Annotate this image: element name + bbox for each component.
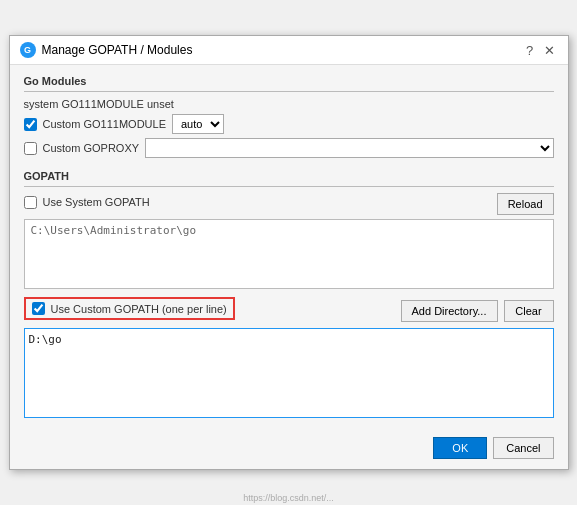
cancel-button[interactable]: Cancel bbox=[493, 437, 553, 459]
custom-gopath-checkbox-row: Use Custom GOPATH (one per line) bbox=[24, 297, 235, 320]
dialog-body: Go Modules system GO111MODULE unset Cust… bbox=[10, 65, 568, 431]
add-directory-button[interactable]: Add Directory... bbox=[401, 300, 498, 322]
custom-goproxy-label: Custom GOPROXY bbox=[43, 142, 140, 154]
use-custom-gopath-label: Use Custom GOPATH (one per line) bbox=[51, 303, 227, 315]
gopath-label: GOPATH bbox=[24, 170, 554, 182]
title-buttons: ? ✕ bbox=[522, 42, 558, 58]
manage-gopath-dialog: G Manage GOPATH / Modules ? ✕ Go Modules… bbox=[9, 35, 569, 470]
custom-gopath-textarea[interactable]: D:\go bbox=[24, 328, 554, 418]
gopath-section: GOPATH Use System GOPATH Reload C:\Users… bbox=[24, 170, 554, 421]
gopath-divider bbox=[24, 186, 554, 187]
go-modules-section: Go Modules system GO111MODULE unset Cust… bbox=[24, 75, 554, 162]
go-modules-divider bbox=[24, 91, 554, 92]
close-button[interactable]: ✕ bbox=[542, 42, 558, 58]
system-go111module-text: system GO111MODULE unset bbox=[24, 98, 554, 110]
use-system-gopath-label: Use System GOPATH bbox=[43, 196, 150, 208]
reload-button[interactable]: Reload bbox=[497, 193, 554, 215]
ok-button[interactable]: OK bbox=[433, 437, 487, 459]
use-system-gopath-row: Use System GOPATH Reload bbox=[24, 193, 554, 215]
use-system-gopath-checkbox[interactable] bbox=[24, 196, 37, 209]
custom-gopath-buttons: Add Directory... Clear bbox=[401, 300, 554, 322]
title-bar: G Manage GOPATH / Modules ? ✕ bbox=[10, 36, 568, 65]
use-system-gopath-left: Use System GOPATH bbox=[24, 196, 150, 209]
custom-goproxy-checkbox[interactable] bbox=[24, 142, 37, 155]
custom-go111module-checkbox[interactable] bbox=[24, 118, 37, 131]
system-path-display: C:\Users\Administrator\go bbox=[24, 219, 554, 289]
custom-goproxy-row: Custom GOPROXY bbox=[24, 138, 554, 158]
custom-go111module-row: Custom GO111MODULE auto on off bbox=[24, 114, 554, 134]
custom-go111module-label: Custom GO111MODULE bbox=[43, 118, 166, 130]
watermark: https://blog.csdn.net/... bbox=[243, 493, 334, 503]
help-button[interactable]: ? bbox=[522, 42, 538, 58]
go111module-dropdown[interactable]: auto on off bbox=[172, 114, 224, 134]
title-bar-left: G Manage GOPATH / Modules bbox=[20, 42, 193, 58]
goproxy-dropdown[interactable] bbox=[145, 138, 553, 158]
clear-button[interactable]: Clear bbox=[504, 300, 554, 322]
dialog-title: Manage GOPATH / Modules bbox=[42, 43, 193, 57]
dialog-icon: G bbox=[20, 42, 36, 58]
use-custom-gopath-checkbox[interactable] bbox=[32, 302, 45, 315]
go-modules-label: Go Modules bbox=[24, 75, 554, 87]
dialog-footer: OK Cancel bbox=[10, 431, 568, 469]
custom-gopath-btn-row: Use Custom GOPATH (one per line) Add Dir… bbox=[24, 297, 554, 324]
